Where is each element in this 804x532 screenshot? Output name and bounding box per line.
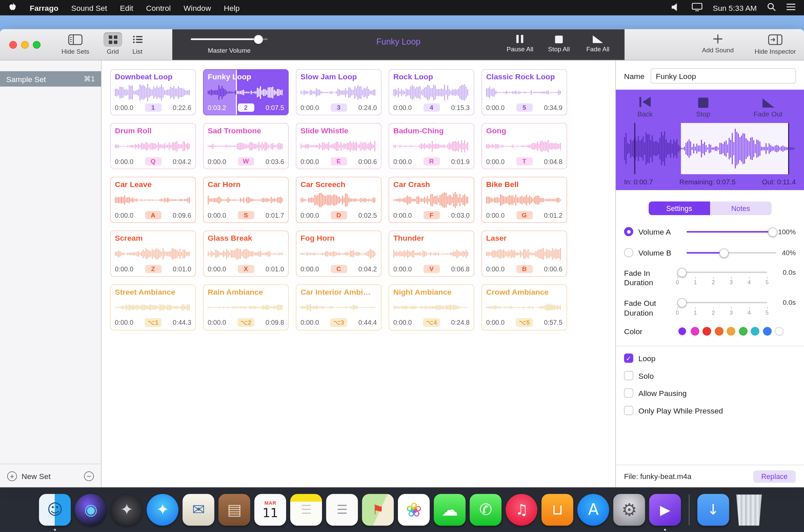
dock-books-icon[interactable]: ⊔ [542, 494, 573, 526]
sound-tile[interactable]: Street Ambiance 0:00.0 ⌥1 0:44.3 [110, 284, 196, 330]
replace-file-button[interactable]: Replace [753, 470, 796, 482]
back-button[interactable]: Back [637, 96, 653, 118]
checkbox-row-allow-pausing[interactable]: Allow Pausing [624, 388, 796, 398]
dock-safari-icon[interactable]: ✦ [147, 494, 178, 526]
menu-bar-clock[interactable]: Sun 5:33 AM [713, 3, 757, 12]
stop-button[interactable]: Stop [696, 96, 710, 118]
grid-view-button[interactable]: Grid [104, 33, 122, 55]
dock-music-icon[interactable]: ♫ [506, 494, 537, 526]
sound-tile[interactable]: Laser 0:00.0 B 0:00.6 [481, 231, 567, 277]
list-view-button[interactable]: List [128, 33, 147, 55]
volume-a-knob[interactable] [768, 228, 777, 236]
zoom-window-button[interactable] [33, 41, 40, 49]
checkbox[interactable] [624, 406, 633, 415]
color-swatch[interactable] [774, 327, 783, 336]
dock-maps-icon[interactable]: ⚑ [362, 494, 394, 526]
volume-b-slider[interactable] [687, 248, 776, 256]
color-swatch[interactable] [751, 327, 760, 336]
volume-a-slider[interactable] [687, 228, 776, 235]
add-set-icon[interactable]: + [7, 471, 17, 481]
stop-all-button[interactable]: Stop All [540, 34, 578, 53]
checkbox-row-solo[interactable]: Solo [624, 371, 796, 380]
sound-tile[interactable]: Car Horn 0:00.0 S 0:01.7 [203, 177, 289, 223]
color-swatch[interactable] [691, 327, 699, 336]
dock-reminders-icon[interactable]: ☰ [326, 494, 358, 526]
volume-a-radio[interactable] [624, 227, 633, 236]
color-swatch[interactable] [714, 327, 723, 336]
menu-item-window[interactable]: Window [184, 3, 211, 12]
sound-tile[interactable]: Bike Bell 0:00.0 G 0:01.2 [481, 177, 567, 223]
in-point-marker[interactable] [635, 123, 636, 174]
dock-notes-icon[interactable]: ☰ [290, 494, 322, 526]
sidebar-item-sample-set[interactable]: Sample Set⌘1 [0, 71, 101, 87]
fade-in-slider[interactable] [677, 268, 767, 276]
new-set-button[interactable]: New Set [22, 472, 51, 480]
fade-all-button[interactable]: Fade All [578, 34, 617, 53]
sound-tile[interactable]: Thunder 0:00.0 V 0:06.8 [389, 231, 474, 277]
spotlight-icon[interactable] [767, 3, 776, 13]
fade-out-button[interactable]: Fade Out [754, 96, 782, 118]
dock-siri-icon[interactable]: ◉ [75, 494, 107, 526]
checkbox-row-only-play-while-pressed[interactable]: Only Play While Pressed [624, 406, 796, 415]
sound-tile[interactable]: Drum Roll 0:00.0 Q 0:04.2 [110, 123, 196, 169]
dock-appstore-icon[interactable]: A [577, 494, 609, 526]
sound-tile[interactable]: Car Crash 0:00.0 F 0:03.0 [389, 177, 474, 223]
sound-tile[interactable]: Sad Trombone 0:00.0 W 0:03.6 [203, 123, 289, 169]
audio-menu-extra-icon[interactable] [671, 3, 681, 13]
dock-calendar-icon[interactable]: MAR11 [254, 494, 286, 526]
sound-tile[interactable]: Classic Rock Loop 0:00.0 5 0:34.9 [481, 69, 567, 115]
dock-finder-icon[interactable]: ☺ [39, 494, 71, 526]
fade-out-knob[interactable] [677, 298, 687, 307]
sound-tile[interactable]: Car Interior Ambi… 0:00.0 ⌥3 0:44.4 [296, 284, 381, 330]
menu-item-sound-set[interactable]: Sound Set [71, 3, 107, 12]
color-swatch[interactable] [702, 327, 711, 336]
dock-launchpad-icon[interactable]: ✦ [111, 494, 143, 526]
remove-set-icon[interactable]: − [84, 471, 94, 481]
sound-tile[interactable]: Glass Break 0:00.0 X 0:01.0 [203, 231, 289, 277]
menu-item-help[interactable]: Help [224, 3, 240, 12]
dock-mail-icon[interactable]: ✉ [183, 494, 215, 526]
dock-messages-icon[interactable]: ☁ [434, 494, 465, 526]
hide-inspector-button[interactable]: Hide Inspector [752, 34, 799, 55]
display-menu-extra-icon[interactable] [692, 3, 703, 13]
dock-system-preferences-icon[interactable]: ⚙ [614, 494, 645, 526]
volume-b-radio[interactable] [624, 248, 633, 257]
apple-menu-icon[interactable] [8, 3, 17, 13]
sound-tile[interactable]: Fog Horn 0:00.0 C 0:04.2 [296, 231, 381, 277]
inspector-waveform[interactable] [624, 123, 796, 174]
sound-tile[interactable]: Slide Whistle 0:00.0 E 0:00.6 [296, 123, 381, 169]
dock-contacts-icon[interactable]: ▤ [219, 494, 250, 526]
checkbox-row-loop[interactable]: ✓ Loop [624, 354, 796, 363]
sound-tile[interactable]: Crowd Ambiance 0:00.0 ⌥5 0:57.5 [481, 284, 567, 330]
sound-tile[interactable]: Slow Jam Loop 0:00.0 3 0:24.0 [296, 69, 381, 115]
menu-item-control[interactable]: Control [146, 3, 170, 12]
volume-b-knob[interactable] [719, 248, 728, 258]
checkbox[interactable] [624, 371, 633, 380]
color-swatch[interactable] [738, 327, 747, 336]
sound-tile[interactable]: Rock Loop 0:00.0 4 0:15.3 [389, 69, 474, 115]
dock-photos-icon[interactable]: ❀ [398, 494, 430, 526]
sound-tile[interactable]: Downbeat Loop 0:00.0 1 0:22.6 [110, 69, 196, 115]
sound-tile[interactable]: Badum-Ching 0:00.0 R 0:01.9 [389, 123, 474, 169]
menu-item-edit[interactable]: Edit [120, 3, 133, 12]
minimize-window-button[interactable] [21, 41, 29, 49]
hide-sets-button[interactable]: Hide Sets [57, 34, 93, 55]
name-field[interactable] [651, 68, 796, 84]
checkbox[interactable] [624, 388, 633, 398]
close-window-button[interactable] [9, 41, 17, 49]
sound-tile[interactable]: Car Screech 0:00.0 D 0:02.5 [296, 177, 381, 223]
add-sound-button[interactable]: Add Sound [700, 34, 735, 54]
tab-notes[interactable]: Notes [710, 202, 771, 215]
dock-facetime-icon[interactable]: ✆ [470, 494, 502, 526]
app-menu[interactable]: Farrago [30, 3, 58, 12]
notification-center-icon[interactable] [786, 3, 796, 12]
sound-tile[interactable]: Gong 0:00.0 T 0:04.8 [481, 123, 567, 169]
tab-settings[interactable]: Settings [648, 202, 710, 215]
sound-tile[interactable]: Rain Ambiance 0:00.0 ⌥2 0:09.8 [203, 284, 289, 330]
sound-tile[interactable]: Night Ambiance 0:00.0 ⌥4 0:24.8 [389, 284, 474, 330]
sound-tile[interactable]: Funky Loop 0:03.2 2 0:07.5 [203, 69, 289, 115]
sound-tile[interactable]: Scream 0:00.0 Z 0:01.0 [110, 231, 196, 277]
dock-downloads-icon[interactable]: ↓ [697, 494, 729, 526]
checkbox[interactable]: ✓ [624, 354, 633, 363]
sound-tile[interactable]: Car Leave 0:00.0 A 0:09.6 [110, 177, 196, 223]
